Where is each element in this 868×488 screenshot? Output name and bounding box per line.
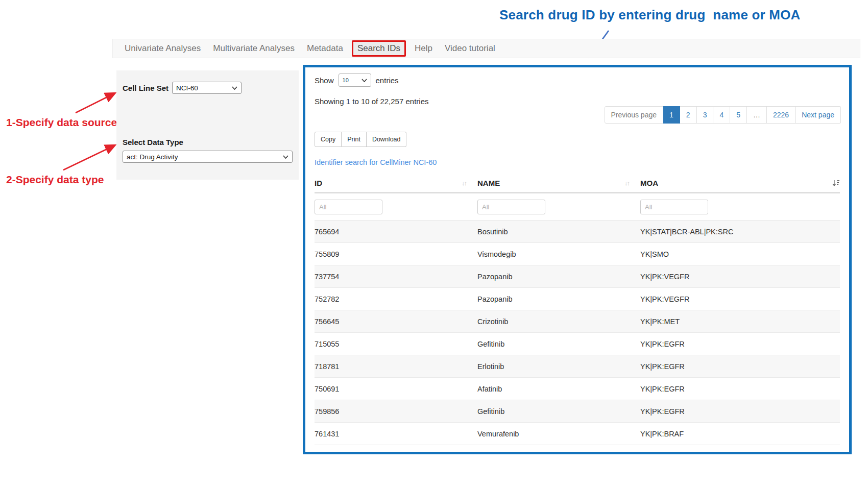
cell-name: Pazopanib [477, 295, 640, 303]
page-size-select[interactable]: 10 [339, 74, 371, 87]
cell-moa: YK|PK:MET [640, 318, 840, 326]
page-button-4[interactable]: 4 [713, 106, 730, 124]
showing-entries-text: Showing 1 to 10 of 22,257 entries [315, 97, 429, 106]
cell-name: Crizotinib [477, 318, 640, 326]
page-ellipsis[interactable]: … [747, 106, 767, 124]
table-row[interactable]: 759856GefitinibYK|PK:EGFR [315, 400, 840, 422]
cell-name: Bosutinib [477, 228, 640, 236]
table-row[interactable]: 756645CrizotinibYK|PK:MET [315, 310, 840, 332]
search-ids-panel: Show 10 entries Showing 1 to 10 of 22,25… [303, 65, 852, 454]
table-filter-row [315, 193, 840, 220]
cell-id: 715055 [315, 340, 477, 348]
cell-moa: YK|SMO [640, 250, 840, 258]
download-button[interactable]: Download [367, 132, 407, 147]
nav-item-help[interactable]: Help [410, 41, 437, 56]
nav-item-metadata[interactable]: Metadata [302, 41, 348, 56]
cell-name: Pazopanib [477, 273, 640, 281]
chevron-down-icon [283, 155, 288, 159]
table-row[interactable]: 761431VemurafenibYK|PK:BRAF [315, 422, 840, 445]
cell-moa: YK|STAT|BCR-ABL|PK:SRC [640, 228, 840, 236]
cell-name: Afatinib [477, 385, 640, 393]
pagination: Previous page12345…2226Next page [605, 106, 841, 124]
sort-amount-icon[interactable] [832, 180, 840, 186]
data-type-label: Select Data Type [123, 138, 183, 147]
cell-moa: YK|PK:VEGFR [640, 295, 840, 303]
cell-name: Erlotinib [477, 362, 640, 371]
page-size-value: 10 [343, 77, 349, 83]
column-header-moa[interactable]: MOA [640, 179, 840, 187]
identifier-search-link[interactable]: Identifier search for CellMiner NCI-60 [315, 158, 437, 166]
page-button-2[interactable]: 2 [680, 106, 697, 124]
table-row[interactable]: 752782PazopanibYK|PK:VEGFR [315, 287, 840, 310]
filter-cell-name [477, 200, 640, 214]
cell-id: 752782 [315, 295, 477, 303]
prev-page-button[interactable]: Previous page [605, 106, 664, 124]
entries-label: entries [376, 76, 399, 85]
red-arrow-2 [63, 145, 114, 170]
column-label: MOA [640, 179, 658, 187]
cell-moa: YK|PK:EGFR [640, 407, 840, 416]
annotation-step1: 1-Specify data source [6, 116, 117, 129]
cell-name: Gefitinib [477, 407, 640, 416]
cell-line-set-select[interactable]: NCI-60 [172, 82, 242, 94]
table-body: 765694BosutinibYK|STAT|BCR-ABL|PK:SRC755… [315, 220, 840, 445]
page-button-5[interactable]: 5 [730, 106, 747, 124]
copy-button[interactable]: Copy [315, 132, 342, 147]
page-button-1[interactable]: 1 [663, 106, 680, 124]
next-page-button[interactable]: Next page [795, 106, 841, 124]
nav-item-univariate-analyses[interactable]: Univariate Analyses [120, 41, 205, 56]
sort-icon[interactable]: ↓↑ [462, 179, 466, 187]
data-type-select[interactable]: act: Drug Activity [123, 151, 293, 163]
cell-id: 759856 [315, 407, 477, 416]
table-header-row: ID↓↑NAME↓↑MOA [315, 174, 840, 193]
navbar: Univariate AnalysesMultivariate Analyses… [112, 39, 860, 58]
chevron-down-icon [361, 79, 367, 82]
cell-name: Vismodegib [477, 250, 640, 258]
annotation-title: Search drug ID by entering drug name or … [499, 7, 801, 23]
nav-item-video-tutorial[interactable]: Video tutorial [440, 41, 500, 56]
cell-id: 737754 [315, 273, 477, 281]
sort-icon[interactable]: ↓↑ [624, 179, 629, 187]
table-row[interactable]: 718781ErlotinibYK|PK:EGFR [315, 355, 840, 377]
column-label: NAME [477, 179, 500, 187]
show-label: Show [315, 76, 334, 85]
red-arrow-1 [76, 93, 114, 113]
print-button[interactable]: Print [342, 132, 367, 147]
cell-line-set-label: Cell Line Set [123, 84, 168, 92]
cell-moa: YK|PK:EGFR [640, 362, 840, 371]
cell-moa: YK|PK:EGFR [640, 385, 840, 393]
export-button-group: CopyPrintDownload [315, 132, 406, 147]
results-table: ID↓↑NAME↓↑MOA 765694BosutinibYK|STAT|BCR… [315, 174, 840, 445]
cell-name: Vemurafenib [477, 430, 640, 438]
page-button-3[interactable]: 3 [697, 106, 714, 124]
annotation-step2: 2-Specify data type [6, 174, 104, 186]
table-row[interactable]: 715055GefitinibYK|PK:EGFR [315, 332, 840, 355]
nav-item-multivariate-analyses[interactable]: Multivariate Analyses [208, 41, 299, 56]
cell-moa: YK|PK:EGFR [640, 340, 840, 348]
cell-moa: YK|PK:VEGFR [640, 273, 840, 281]
filter-input-id[interactable] [315, 200, 382, 214]
column-header-id[interactable]: ID↓↑ [315, 179, 477, 187]
cell-name: Gefitinib [477, 340, 640, 348]
column-header-name[interactable]: NAME↓↑ [477, 179, 640, 187]
filter-input-moa[interactable] [640, 200, 708, 214]
table-row[interactable]: 750691AfatinibYK|PK:EGFR [315, 377, 840, 400]
table-row[interactable]: 737754PazopanibYK|PK:VEGFR [315, 265, 840, 287]
data-type-value: act: Drug Activity [127, 153, 178, 161]
chevron-down-icon [232, 86, 237, 90]
table-row[interactable]: 755809VismodegibYK|SMO [315, 242, 840, 265]
table-row[interactable]: 765694BosutinibYK|STAT|BCR-ABL|PK:SRC [315, 220, 840, 242]
page-button-2226[interactable]: 2226 [767, 106, 795, 124]
column-label: ID [315, 179, 322, 187]
cell-moa: YK|PK:BRAF [640, 430, 840, 438]
filter-input-name[interactable] [477, 200, 545, 214]
cell-id: 755809 [315, 250, 477, 258]
cell-id: 756645 [315, 318, 477, 326]
filter-cell-id [315, 200, 477, 214]
cell-id: 718781 [315, 362, 477, 371]
filter-cell-moa [640, 200, 840, 214]
cell-id: 750691 [315, 385, 477, 393]
nav-item-search-ids[interactable]: Search IDs [352, 40, 406, 57]
cell-id: 765694 [315, 228, 477, 236]
options-panel: Cell Line Set NCI-60 Select Data Type ac… [116, 70, 299, 180]
